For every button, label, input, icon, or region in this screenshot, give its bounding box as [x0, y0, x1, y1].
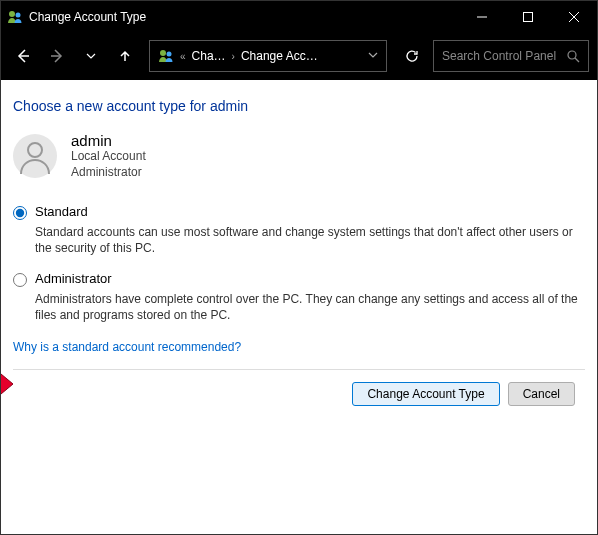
option-standard[interactable]: Standard: [13, 204, 585, 220]
svg-rect-3: [524, 12, 533, 21]
back-button[interactable]: [9, 42, 37, 70]
user-account-type: Local Account: [71, 149, 146, 165]
option-administrator-label: Administrator: [35, 271, 112, 286]
annotation-arrow-icon: [0, 364, 13, 404]
user-tile: admin Local Account Administrator: [13, 132, 585, 180]
avatar-icon: [13, 134, 57, 178]
radio-administrator[interactable]: [13, 273, 27, 287]
option-administrator[interactable]: Administrator: [13, 271, 585, 287]
cancel-button[interactable]: Cancel: [508, 382, 575, 406]
search-input[interactable]: Search Control Panel: [433, 40, 589, 72]
close-button[interactable]: [551, 1, 597, 32]
breadcrumb-2[interactable]: Change Acc…: [241, 49, 318, 63]
chevron-right-icon: ›: [232, 51, 235, 62]
svg-point-9: [167, 52, 172, 57]
svg-line-11: [575, 58, 579, 62]
nav-bar: « Cha… › Change Acc… Search Control Pane…: [1, 32, 597, 80]
svg-marker-14: [0, 364, 13, 404]
recent-dropdown[interactable]: [77, 42, 105, 70]
why-standard-link[interactable]: Why is a standard account recommended?: [13, 340, 241, 354]
svg-point-0: [9, 11, 15, 17]
up-button[interactable]: [111, 42, 139, 70]
refresh-button[interactable]: [397, 40, 427, 72]
svg-point-8: [160, 50, 166, 56]
forward-button[interactable]: [43, 42, 71, 70]
account-type-options: Standard Standard accounts can use most …: [13, 204, 585, 323]
address-dropdown-icon[interactable]: [368, 49, 378, 63]
breadcrumb-prefix: «: [180, 51, 186, 62]
option-standard-desc: Standard accounts can use most software …: [35, 224, 585, 256]
app-icon: [7, 9, 23, 25]
svg-point-1: [16, 12, 21, 17]
change-account-type-button[interactable]: Change Account Type: [352, 382, 499, 406]
users-icon: [158, 48, 174, 64]
option-standard-label: Standard: [35, 204, 88, 219]
window-title: Change Account Type: [29, 10, 459, 24]
breadcrumb-1[interactable]: Cha…: [192, 49, 226, 63]
svg-point-10: [568, 51, 576, 59]
user-name: admin: [71, 132, 146, 149]
minimize-button[interactable]: [459, 1, 505, 32]
option-administrator-desc: Administrators have complete control ove…: [35, 291, 585, 323]
page-heading: Choose a new account type for admin: [13, 98, 585, 114]
radio-standard[interactable]: [13, 206, 27, 220]
maximize-button[interactable]: [505, 1, 551, 32]
title-bar: Change Account Type: [1, 1, 597, 32]
user-role: Administrator: [71, 165, 146, 181]
address-bar[interactable]: « Cha… › Change Acc…: [149, 40, 387, 72]
button-row: Change Account Type Cancel: [13, 369, 585, 406]
search-icon: [567, 50, 580, 63]
search-placeholder: Search Control Panel: [442, 49, 567, 63]
content-area: Choose a new account type for admin admi…: [1, 80, 597, 406]
